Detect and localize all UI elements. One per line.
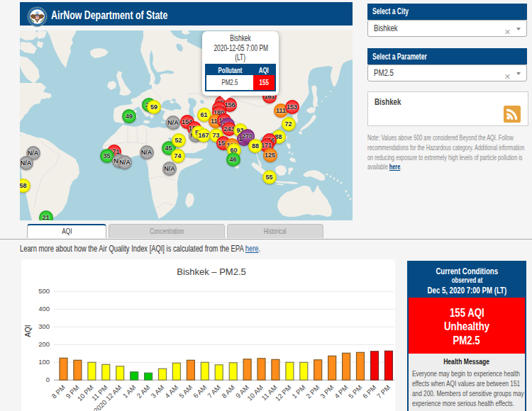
svg-text:3 AM: 3 AM bbox=[149, 383, 165, 400]
svg-text:2 PM: 2 PM bbox=[304, 383, 321, 400]
svg-text:8 PM: 8 PM bbox=[50, 383, 67, 400]
svg-text:0: 0 bbox=[46, 376, 50, 383]
svg-text:6 PM: 6 PM bbox=[361, 383, 378, 400]
svg-text:AQI: AQI bbox=[24, 325, 32, 337]
svg-text:12 PM: 12 PM bbox=[274, 383, 293, 402]
svg-text:200: 200 bbox=[38, 340, 50, 348]
svg-text:7 PM: 7 PM bbox=[375, 383, 392, 400]
svg-text:10 AM: 10 AM bbox=[245, 383, 265, 402]
svg-text:7 AM: 7 AM bbox=[206, 383, 222, 400]
svg-text:400: 400 bbox=[38, 305, 50, 313]
svg-text:4 AM: 4 AM bbox=[163, 383, 179, 400]
svg-text:500: 500 bbox=[38, 287, 50, 295]
svg-text:300: 300 bbox=[38, 322, 50, 330]
svg-text:100: 100 bbox=[38, 358, 50, 366]
svg-text:3 PM: 3 PM bbox=[318, 383, 336, 400]
svg-text:5 AM: 5 AM bbox=[177, 383, 194, 400]
svg-text:2 AM: 2 AM bbox=[135, 383, 151, 400]
svg-text:Bishkek – PM2.5: Bishkek – PM2.5 bbox=[177, 266, 246, 277]
svg-text:1 PM: 1 PM bbox=[290, 383, 307, 400]
svg-text:5 PM: 5 PM bbox=[347, 383, 364, 400]
svg-text:1 AM: 1 AM bbox=[121, 383, 138, 400]
svg-text:8 AM: 8 AM bbox=[220, 383, 236, 400]
svg-text:4 PM: 4 PM bbox=[333, 383, 350, 400]
svg-text:10 PM: 10 PM bbox=[76, 383, 95, 402]
svg-text:6 AM: 6 AM bbox=[192, 383, 208, 400]
